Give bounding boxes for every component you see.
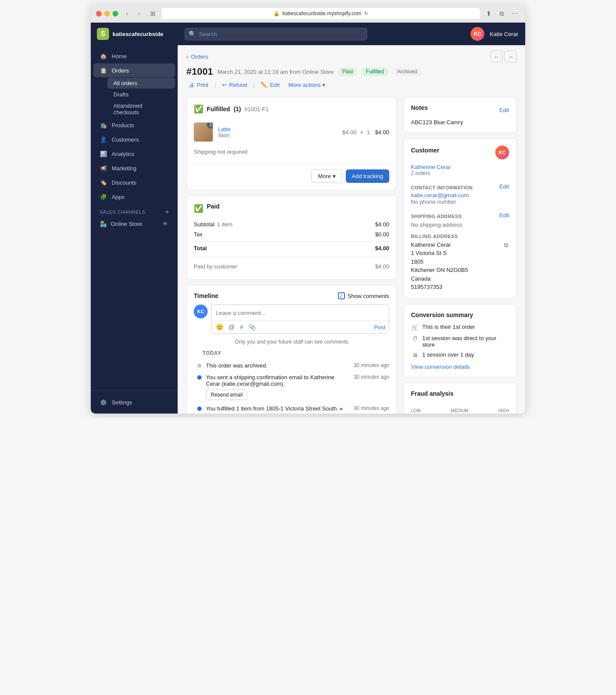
- breadcrumb-orders-link[interactable]: Orders: [191, 53, 209, 60]
- sales-channels-label: SALES CHANNELS +: [91, 204, 178, 217]
- share-button[interactable]: ⬆: [484, 9, 494, 18]
- sidebar-item-marketing[interactable]: 📢 Marketing: [93, 161, 175, 175]
- item-price-x: ×: [360, 129, 364, 136]
- sidebar-item-apps[interactable]: 🧩 Apps: [93, 190, 175, 204]
- sidebar-item-settings[interactable]: ⚙️ Settings: [93, 395, 175, 409]
- billing-street: 1 Victoria St S: [411, 250, 447, 256]
- billing-address-row: Katherine Cerar 1 Victoria St S 1805 Kit…: [411, 241, 509, 291]
- refresh-icon[interactable]: ↻: [364, 10, 368, 17]
- sidebar-item-customers[interactable]: 👤 Customers: [93, 132, 175, 146]
- fulfill-details-arrow[interactable]: ▸: [340, 405, 343, 412]
- more-actions-button[interactable]: More actions ▾: [286, 80, 328, 90]
- contact-edit-link[interactable]: Edit: [500, 183, 509, 190]
- attachment-button[interactable]: 📎: [248, 323, 257, 331]
- new-window-button[interactable]: ⧉: [497, 9, 507, 18]
- browser-menu-button[interactable]: ⋯: [510, 9, 520, 18]
- sidebar-footer: ⚙️ Settings: [91, 391, 178, 414]
- item-name-link[interactable]: Latte: [218, 126, 337, 132]
- resend-email-button-1[interactable]: Resend email: [206, 390, 247, 400]
- billing-phone: 5195737353: [411, 284, 442, 290]
- fraud-card: Fraud analysis LOW MEDIUM: [404, 383, 517, 414]
- search-input[interactable]: [185, 28, 367, 40]
- add-tracking-button[interactable]: Add tracking: [346, 169, 389, 183]
- timeline-dot-2: [197, 375, 202, 380]
- item-price-row: $4.00 × 1: [342, 129, 370, 136]
- paid-checkmark-icon: ✅: [194, 204, 203, 213]
- conversion-item-1: 🛒 This is their 1st order: [411, 322, 509, 333]
- browser-tab-grid-button[interactable]: ⊞: [148, 9, 158, 18]
- sidebar-item-home[interactable]: 🏠 Home: [93, 49, 175, 63]
- sidebar-item-discounts[interactable]: 🏷️ Discounts: [93, 175, 175, 189]
- add-sales-channel-button[interactable]: +: [165, 208, 169, 215]
- more-button[interactable]: More ▾: [311, 169, 342, 183]
- search-bar-container: 🔍: [185, 28, 367, 40]
- fraud-high-label: HIGH: [498, 408, 509, 413]
- apps-icon: 🧩: [99, 193, 107, 201]
- chevron-down-icon: ▾: [322, 82, 325, 88]
- online-store-nav-item[interactable]: 🏪 Online Store: [99, 220, 142, 228]
- page-nav-forward-button[interactable]: →: [504, 50, 517, 63]
- settings-icon: ⚙️: [99, 398, 107, 406]
- browser-back-button[interactable]: ‹: [122, 9, 132, 18]
- online-store-eye-button[interactable]: 👁: [162, 220, 169, 228]
- paid-by-customer-row: Paid by customer $4.00: [194, 261, 389, 272]
- edit-button[interactable]: ✏️ Edit: [258, 80, 282, 90]
- tag-button[interactable]: #: [239, 323, 244, 331]
- chevron-down-icon-more: ▾: [333, 173, 336, 179]
- timeline-header: Timeline ✓ Show comments: [194, 292, 389, 299]
- customer-name-link[interactable]: Katherine Cerar: [411, 164, 451, 170]
- print-icon: 🖨: [189, 82, 195, 88]
- minimize-dot[interactable]: [104, 11, 110, 17]
- view-conversion-link[interactable]: View conversion details: [411, 364, 509, 370]
- browser-forward-button[interactable]: ›: [134, 9, 144, 18]
- conversion-title: Conversion summary: [411, 311, 473, 318]
- copy-address-button[interactable]: ⧉: [503, 241, 509, 250]
- settings-label: Settings: [112, 399, 132, 406]
- refund-button[interactable]: ↩ Refund: [219, 80, 250, 90]
- fulfilled-card: ✅ Fulfilled (1) #1001-F1 1: [186, 97, 397, 190]
- browser-url-bar[interactable]: 🔒 katiescafecurbside.myshopify.com ↻: [162, 8, 480, 19]
- content-left: ✅ Fulfilled (1) #1001-F1 1: [186, 97, 397, 414]
- billing-section-label: BILLING ADDRESS: [411, 234, 509, 239]
- post-button[interactable]: Post: [374, 324, 385, 331]
- item-total: $4.00: [375, 129, 389, 136]
- customer-title: Customer: [411, 147, 439, 154]
- comments-checkbox[interactable]: ✓: [338, 292, 345, 299]
- sidebar-item-drafts[interactable]: Drafts: [107, 89, 175, 100]
- drafts-label: Drafts: [113, 91, 129, 98]
- order-number: #1001: [186, 66, 213, 77]
- comment-input-row: KC 🙂 @ # 📎 Post: [194, 304, 389, 334]
- maximize-dot[interactable]: [113, 11, 118, 17]
- sidebar-item-abandoned[interactable]: Abandoned checkouts: [107, 100, 175, 118]
- sidebar-item-products[interactable]: 🛍️ Products: [93, 118, 175, 132]
- sidebar-nav: 🏠 Home 📋 Orders All orders Drafts Abando…: [91, 45, 178, 391]
- shipping-edit-link[interactable]: Edit: [500, 212, 509, 218]
- emoji-button[interactable]: 🙂: [215, 323, 224, 331]
- conversion-item-2: ⏱ 1st session was direct to your store: [411, 333, 509, 350]
- shipping-section-label: SHIPPING ADDRESS: [411, 214, 462, 219]
- item-image: 1: [194, 122, 213, 142]
- sidebar-item-orders[interactable]: 📋 Orders: [93, 63, 175, 77]
- comment-input[interactable]: [212, 305, 389, 321]
- page-nav-back-button[interactable]: ←: [490, 50, 503, 63]
- close-dot[interactable]: [96, 11, 102, 17]
- badge-paid: Paid: [338, 67, 357, 76]
- total-label: Total: [194, 245, 207, 252]
- orders-submenu: All orders Drafts Abandoned checkouts: [91, 78, 178, 118]
- total-value: $4.00: [375, 245, 389, 252]
- notes-title: Notes: [411, 104, 428, 111]
- sidebar-item-all-orders[interactable]: All orders: [107, 78, 175, 89]
- timeline-dot-3: [197, 407, 202, 411]
- notes-edit-link[interactable]: Edit: [500, 107, 509, 113]
- sidebar-item-analytics[interactable]: 📊 Analytics: [93, 147, 175, 161]
- paid-by-value: $4.00: [375, 263, 389, 270]
- customer-email-link[interactable]: katie.cerar@gmail.com: [411, 192, 469, 199]
- store-name: katiescafecurbside: [113, 31, 163, 37]
- print-button[interactable]: 🖨 Print: [186, 80, 211, 90]
- mention-button[interactable]: @: [228, 323, 235, 331]
- billing-name: Katherine Cerar: [411, 242, 451, 248]
- show-comments-toggle[interactable]: ✓ Show comments: [338, 292, 389, 299]
- notes-content: ABC123 Blue Camry: [411, 119, 509, 126]
- tax-label: Tax: [194, 231, 202, 238]
- fraud-low-label: LOW: [411, 408, 421, 413]
